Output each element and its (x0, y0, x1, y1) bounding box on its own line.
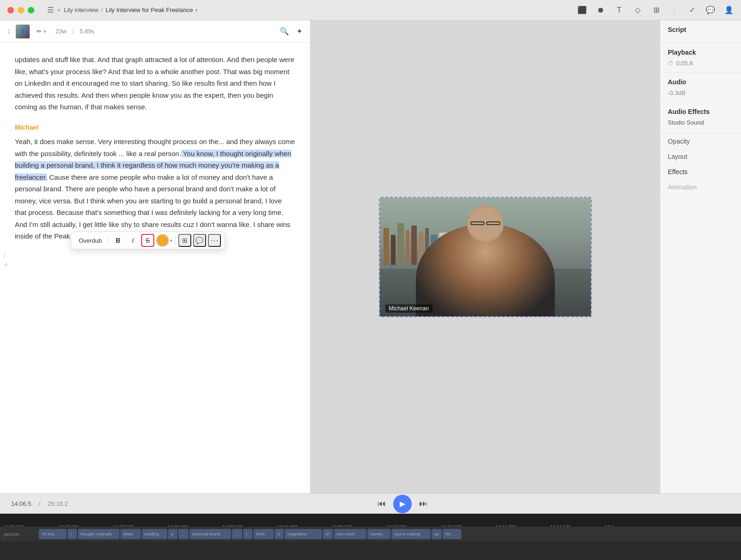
speech-part3: ... like a real person. (119, 150, 181, 157)
italic-button[interactable]: I (126, 234, 139, 247)
panel-number: 1 (7, 28, 11, 35)
timeline-track: person. Yo kno... I thought originally w… (0, 527, 741, 541)
playback-time: 0:05.8 (676, 60, 693, 67)
clip-13[interactable]: of (323, 529, 333, 539)
magic-icon[interactable]: ✦ (296, 27, 302, 36)
clip-12[interactable]: regardless (285, 529, 322, 539)
check-icon[interactable]: ✓ (687, 6, 697, 15)
skip-forward-button[interactable]: ⏭ (419, 499, 427, 509)
script-toolbar: 1 👤 ✏ ▾ 23w / 5.89s 🔍 ✦ (0, 20, 310, 43)
video-background: 🪴 (380, 198, 591, 316)
project-name: Lily interview (64, 6, 98, 13)
slash-icon[interactable]: / (4, 252, 9, 259)
share-icon[interactable]: 👤 (724, 6, 734, 15)
titlebar-icons: ⬛ ⏺ T ◇ ⊞ ✓ 💬 👤 (578, 6, 734, 15)
total-time: 26:18.2 (48, 500, 68, 507)
studio-sound-label[interactable]: Studio Sound (668, 119, 734, 126)
clip-16[interactable]: you're making (391, 529, 431, 539)
main-layout: 1 👤 ✏ ▾ 23w / 5.89s 🔍 ✦ updates and stuf… (0, 20, 741, 493)
minimize-button[interactable] (18, 7, 24, 13)
search-icon[interactable]: 🔍 (280, 27, 289, 36)
grid-icon[interactable]: ⊞ (652, 6, 661, 15)
pencil-icon: ✏ (37, 28, 42, 35)
duration: 5.89s (80, 28, 94, 35)
intro-paragraph: updates and stuff like that. And that gr… (15, 54, 295, 113)
breadcrumb: Lily interview / Lily Interview for Peak… (64, 6, 198, 13)
toolbar-divider2 (175, 236, 176, 245)
clip-0[interactable]: Yo kno... (39, 529, 67, 539)
edit-button[interactable]: ✏ ▾ (37, 28, 46, 35)
speech-part1: Yeah, it does make sense. Very interesti… (15, 138, 214, 145)
layout-item[interactable]: Layout (660, 149, 741, 164)
play-button[interactable]: ▶ (393, 495, 412, 513)
speech-paragraph: Yeah, it does make sense. Very interesti… (15, 136, 295, 242)
chevron-down-icon: ▾ (57, 7, 60, 13)
comment-button[interactable]: 💬 (193, 234, 206, 247)
more-button[interactable]: ⋯ (208, 234, 221, 247)
script-panel: 1 👤 ✏ ▾ 23w / 5.89s 🔍 ✦ updates and stuf… (0, 20, 310, 493)
bold-button[interactable]: B (112, 234, 125, 247)
clip-6[interactable]: ... (178, 529, 188, 539)
copy-button[interactable]: ⊞ (178, 234, 191, 247)
toolbar-right: 🔍 ✦ (280, 27, 302, 36)
menu-icon[interactable]: ☰ (47, 6, 54, 14)
slash-divider: / (72, 27, 74, 36)
left-panel-number: 1 👤 (7, 25, 31, 38)
toolbar-divider (108, 236, 109, 245)
maximize-button[interactable] (28, 7, 34, 13)
divider (674, 6, 674, 15)
clip-14[interactable]: hov much (334, 529, 366, 539)
clip-9[interactable]: I (243, 529, 252, 539)
color-picker-wrapper: ▾ (156, 234, 172, 247)
audio-effects-label[interactable]: Audio Effects (668, 108, 734, 115)
clock-icon: ⏱ (668, 60, 673, 67)
timeline-ruler: 14:06.500 14:07.000 14:07.500 14:08.000 … (0, 514, 741, 527)
script-content[interactable]: updates and stuff like that. And that gr… (0, 43, 310, 493)
edit-chevron-icon: ▾ (44, 28, 46, 35)
add-icon[interactable]: + (4, 260, 9, 270)
playback-section: Playback ⏱ 0:05.8 (660, 43, 741, 73)
audio-label[interactable]: Audio (668, 78, 734, 86)
audio-effects-section: Audio Effects Studio Sound (660, 102, 741, 134)
opacity-item[interactable]: Opacity (660, 134, 741, 149)
track-clips: Yo kno... I thought originally when buil… (37, 529, 741, 540)
clip-15[interactable]: money (367, 529, 390, 539)
clip-10[interactable]: think (253, 529, 274, 539)
video-panel: 🪴 Michael Keenan (310, 20, 660, 493)
clip-3[interactable]: when (120, 529, 141, 539)
close-button[interactable] (7, 7, 14, 13)
clip-5[interactable]: a (168, 529, 177, 539)
color-chevron-icon: ▾ (170, 238, 172, 243)
timeline-tracks[interactable]: person. Yo kno... I thought originally w… (0, 527, 741, 560)
current-time: 14:06.5 (11, 500, 31, 507)
script-label[interactable]: Script (668, 26, 734, 33)
clip-1[interactable]: I (68, 529, 77, 539)
strikethrough-button[interactable]: S (141, 234, 154, 247)
sequence-name[interactable]: Lily Interview for Peak Freelance ▾ (106, 6, 198, 13)
head (467, 205, 504, 242)
clip-17[interactable]: as (432, 529, 442, 539)
camera-icon[interactable]: ⬛ (578, 6, 587, 15)
clip-18[interactable]: fre... (443, 529, 461, 539)
comment-icon[interactable]: 💬 (706, 6, 715, 15)
clip-11[interactable]: it (275, 529, 284, 539)
color-picker-button[interactable] (156, 234, 169, 247)
avatar-thumbnail[interactable]: 👤 (14, 25, 31, 38)
text-icon[interactable]: T (615, 6, 624, 15)
clip-8[interactable]: ... (232, 529, 242, 539)
animation-item[interactable]: Animation (660, 180, 741, 195)
timeline: 14:06.500 14:07.000 14:07.500 14:08.000 … (0, 514, 741, 560)
speech-part4: Cause there are some people who make a l… (15, 173, 290, 240)
clip-7[interactable]: personal brand, (189, 529, 231, 539)
effects-item[interactable]: Effects (660, 164, 741, 180)
video-person-label: Michael Keenan (385, 304, 433, 313)
clip-2[interactable]: thought originally (78, 529, 119, 539)
record-icon[interactable]: ⏺ (596, 6, 605, 15)
clip-4[interactable]: building (142, 529, 167, 539)
right-panel: Script Playback ⏱ 0:05.8 Audio -0.3dB Au… (660, 20, 741, 493)
marker-icon[interactable]: ◇ (633, 6, 642, 15)
playback-bar: 14:06.5 / 26:18.2 ⏮ ▶ ⏭ (0, 493, 741, 514)
playback-label[interactable]: Playback (668, 49, 734, 56)
audio-section: Audio -0.3dB (660, 73, 741, 102)
skip-back-button[interactable]: ⏮ (377, 499, 386, 509)
